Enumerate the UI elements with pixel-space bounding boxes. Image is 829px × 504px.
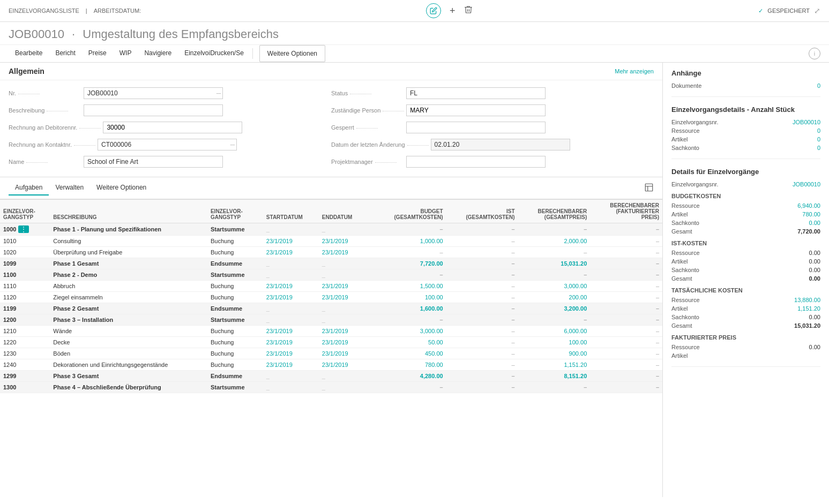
row-start: _ bbox=[263, 371, 319, 382]
bk-sachkonto-value: 0.00 bbox=[809, 220, 820, 226]
row-desc: Phase 1 - Planung und Spezifikationen bbox=[50, 223, 207, 236]
table-row[interactable]: 1000⋮Phase 1 - Planung und Spezifikation… bbox=[0, 223, 662, 236]
menu-einzelvo[interactable]: EinzelvoiDrucken/Se bbox=[178, 45, 250, 62]
ik-gesamt-label: Gesamt bbox=[671, 275, 692, 282]
row-bfakt: – bbox=[590, 337, 662, 348]
ev-artikel-value[interactable]: 0 bbox=[817, 136, 820, 142]
table-row[interactable]: 1010ConsultingBuchung23/1/201923/1/20191… bbox=[0, 236, 662, 247]
nr-dots-icon[interactable]: ··· bbox=[216, 91, 221, 96]
ev-nr-value[interactable]: JOB00010 bbox=[793, 119, 820, 125]
save-status: ✓ GESPEICHERT ⤢ bbox=[758, 6, 820, 15]
row-berech: – bbox=[518, 314, 591, 326]
mehr-anzeigen[interactable]: Mehr anzeigen bbox=[615, 68, 654, 74]
row-budget: – bbox=[375, 382, 446, 393]
row-start: _ bbox=[263, 269, 319, 281]
tab-weitere[interactable]: Weitere Optionen bbox=[90, 180, 153, 195]
row-dots-btn[interactable]: ⋮ bbox=[18, 225, 29, 233]
dokumente-value[interactable]: 0 bbox=[817, 82, 820, 89]
table-row[interactable]: 1110AbbruchBuchung23/1/201923/1/20191,50… bbox=[0, 281, 662, 292]
rechnung-kontakt-input[interactable] bbox=[98, 139, 237, 151]
col-beschreibung: BESCHREIBUNG bbox=[50, 200, 207, 223]
info-icon[interactable]: i bbox=[809, 48, 820, 59]
row-id: 1000 bbox=[3, 226, 16, 232]
name-input[interactable] bbox=[84, 156, 223, 168]
table-row[interactable]: 1240Dekorationen und Einrichtungsgegenst… bbox=[0, 359, 662, 371]
datum-row: Datum der letzten Änderung bbox=[331, 136, 654, 153]
row-berech: 8,151.20 bbox=[518, 371, 591, 382]
row-berech: 100.00 bbox=[518, 337, 591, 348]
rechnung-debitor-container: 30000 bbox=[103, 122, 242, 133]
zustaendige-select[interactable]: MARY bbox=[406, 104, 546, 116]
einzelvorgangsdetails-section: Einzelvorgangsdetails - Anzahl Stück Ein… bbox=[671, 106, 820, 159]
ik-sachkonto-row: Sachkonto 0.00 bbox=[671, 266, 820, 274]
tab-verwalten[interactable]: Verwalten bbox=[49, 180, 90, 195]
table-row[interactable]: 1210WändeBuchung23/1/201923/1/20193,000.… bbox=[0, 326, 662, 337]
row-end: 23/1/2019 bbox=[319, 326, 375, 337]
anhaenge-title: Anhänge bbox=[671, 69, 820, 77]
table-row[interactable]: 1199Phase 2 GesamtEndsumme__1,600.00–3,2… bbox=[0, 303, 662, 314]
ev-sachkonto-value[interactable]: 0 bbox=[817, 145, 820, 151]
table-row[interactable]: 1120Ziegel einsammelnBuchung23/1/201923/… bbox=[0, 292, 662, 303]
saved-label: GESPEICHERT bbox=[767, 7, 810, 14]
menu-wip[interactable]: WIP bbox=[113, 45, 138, 62]
menu-bearbeite[interactable]: Bearbeite bbox=[9, 45, 49, 62]
add-icon[interactable]: + bbox=[450, 5, 455, 17]
tk-artikel-value[interactable]: 1,151.20 bbox=[797, 305, 820, 312]
table-row[interactable]: 1100Phase 2 - DemoStartsumme__–––– bbox=[0, 269, 662, 281]
menu-weitere[interactable]: Weitere Optionen bbox=[259, 45, 325, 62]
menu-bericht[interactable]: Bericht bbox=[49, 45, 81, 62]
row-desc: Dekorationen und Einrichtungsgegenstände bbox=[50, 359, 207, 371]
table-row[interactable]: 1220DeckeBuchung23/1/201923/1/201950.00–… bbox=[0, 337, 662, 348]
nr-input[interactable] bbox=[84, 87, 223, 99]
delete-icon[interactable] bbox=[464, 5, 473, 17]
right-panel: Anhänge Dokumente 0 Einzelvorgangsdetail… bbox=[663, 63, 829, 497]
table-row[interactable]: 1299Phase 3 GesamtEndsumme__4,280.00–8,1… bbox=[0, 371, 662, 382]
row-budget: 1,600.00 bbox=[375, 303, 446, 314]
det-nr-value[interactable]: JOB00010 bbox=[793, 181, 820, 187]
row-budget: 1,500.00 bbox=[375, 281, 446, 292]
table-row[interactable]: 1099Phase 1 GesamtEndsumme__7,720.00–15,… bbox=[0, 258, 662, 269]
row-budget: 450.00 bbox=[375, 348, 446, 359]
projektmanager-select[interactable] bbox=[406, 156, 546, 168]
row-id: 1200 bbox=[0, 314, 50, 326]
projektmanager-container bbox=[406, 156, 546, 168]
status-input[interactable] bbox=[406, 87, 546, 99]
ik-gesamt-row: Gesamt 0.00 bbox=[671, 274, 820, 283]
menu-preise[interactable]: Preise bbox=[82, 45, 113, 62]
expand-table-icon[interactable] bbox=[644, 183, 654, 194]
bk-artikel-value[interactable]: 780.00 bbox=[802, 211, 820, 217]
edit-icon[interactable] bbox=[426, 3, 441, 18]
table-row[interactable]: 1020Überprüfung und FreigabeBuchung23/1/… bbox=[0, 247, 662, 258]
ik-sachkonto-value: 0.00 bbox=[809, 267, 820, 273]
kontakt-dots-icon[interactable]: ··· bbox=[230, 142, 235, 148]
row-berech: 15,031.20 bbox=[518, 258, 591, 269]
tk-ressource-value[interactable]: 13,880.00 bbox=[794, 297, 820, 303]
tab-aufgaben[interactable]: Aufgaben bbox=[9, 180, 49, 195]
row-bfakt: – bbox=[590, 326, 662, 337]
row-berech: – bbox=[518, 247, 591, 258]
beschreibung-input[interactable]: Umgestaltung des Empfangsbereichs bbox=[84, 104, 223, 116]
table-row[interactable]: 1230BödenBuchung23/1/201923/1/2019450.00… bbox=[0, 348, 662, 359]
rechnung-debitor-select[interactable]: 30000 bbox=[103, 122, 242, 133]
menu-navigiere[interactable]: Navigiere bbox=[138, 45, 178, 62]
row-id: 1210 bbox=[0, 326, 50, 337]
table-row[interactable]: 1300Phase 4 – Abschließende ÜberprüfungS… bbox=[0, 382, 662, 393]
allgemein-header: Allgemein Mehr anzeigen bbox=[0, 63, 662, 80]
job-id: JOB00010 bbox=[9, 27, 64, 41]
separator: | bbox=[86, 7, 87, 14]
resize-icon[interactable]: ⤢ bbox=[814, 6, 820, 15]
row-start: 23/1/2019 bbox=[263, 348, 319, 359]
breadcrumb-list[interactable]: EINZELVORGANGSLISTE bbox=[9, 7, 79, 14]
row-budget: 1,000.00 bbox=[375, 236, 446, 247]
ev-ressource-value[interactable]: 0 bbox=[817, 127, 820, 134]
rechnung-kontakt-row: Rechnung an Kontaktnr. ··· bbox=[9, 136, 331, 153]
gesperrt-select[interactable] bbox=[406, 122, 546, 133]
row-desc: Phase 4 – Abschließende Überprüfung bbox=[50, 382, 207, 393]
row-ist: – bbox=[446, 223, 518, 236]
row-start: 23/1/2019 bbox=[263, 292, 319, 303]
table-row[interactable]: 1200Phase 3 – InstallationStartsumme__––… bbox=[0, 314, 662, 326]
row-berech: 2,000.00 bbox=[518, 236, 591, 247]
allgemein-form: Nr. ··· Beschreibung Umgestaltung des Em… bbox=[0, 80, 662, 177]
row-bfakt: – bbox=[590, 371, 662, 382]
bk-ressource-value[interactable]: 6,940.00 bbox=[797, 202, 820, 209]
